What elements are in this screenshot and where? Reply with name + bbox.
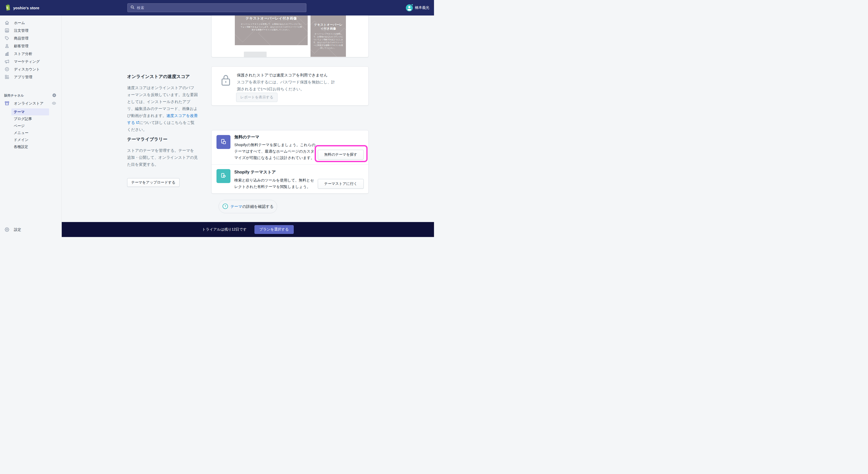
sidebar-item-label: ホーム: [14, 21, 25, 25]
free-themes-row: 無料のテーマ Shopifyの無料テーマを探しましょう。これらのテーマはすべて、…: [212, 130, 369, 165]
sidebar-item-label: ブログ記事: [14, 117, 32, 121]
free-themes-title: 無料のテーマ: [234, 135, 259, 140]
free-themes-body: Shopifyの無料テーマを探しましょう。これらのテーマはすべて、最適なホームペ…: [234, 142, 316, 161]
preview-placeholder-block: [244, 52, 267, 57]
sidebar-item-domains[interactable]: ドメイン: [0, 136, 61, 143]
sidebar-item-products[interactable]: 商品管理: [0, 35, 61, 42]
trial-message: トライアルは残り12日です: [202, 227, 247, 232]
discount-icon: [4, 67, 9, 72]
theme-library-card: 無料のテーマ Shopifyの無料テーマを探しましょう。これらのテーマはすべて、…: [211, 130, 369, 194]
svg-text:S: S: [6, 6, 8, 9]
main-content: テキストオーバーレイ付き画像 オーバーレイテキストを使用して、お客様があなたのブ…: [62, 15, 434, 237]
theme-store-row: Shopify テーマストア 検索と絞り込みのツールを使用して、無料とセレクトさ…: [212, 165, 369, 194]
sidebar-item-label: テーマ: [14, 110, 25, 114]
orders-icon: [4, 28, 9, 34]
visit-theme-store-button[interactable]: テーマストアに行く: [318, 179, 364, 189]
theme-mobile-preview: テキストオーバーレイ付き画像 オーバーレイテキストを使用して、お客様があなたのブ…: [311, 15, 346, 57]
user-avatar: [406, 4, 413, 11]
theme-store-title: Shopify テーマストア: [234, 170, 276, 175]
sidebar-item-online-store[interactable]: オンラインストア: [0, 100, 61, 107]
external-link-icon: [136, 121, 139, 124]
top-bar: S yoshio's store 橋本義光: [0, 0, 434, 15]
help-footer-pill[interactable]: ? テーマの詳細を確認する: [219, 200, 277, 213]
avatar-status-dot: [411, 4, 413, 6]
gear-icon: [4, 227, 9, 233]
search-area: [67, 3, 406, 12]
help-text: テーマの詳細を確認する: [230, 204, 274, 209]
speed-description-text: 速度スコアはオンラインストアのパフォーマンスを反映しています。主な要因としては、…: [127, 86, 198, 118]
home-icon: [4, 20, 9, 26]
speed-score-description: 速度スコアはオンラインストアのパフォーマンスを反映しています。主な要因としては、…: [127, 84, 198, 133]
sidebar-item-preferences[interactable]: 各種設定: [0, 143, 61, 150]
speed-score-section-intro: オンラインストアの速度スコア 速度スコアはオンラインストアのパフォーマンスを反映…: [127, 74, 198, 133]
storefront-icon: [4, 101, 9, 107]
add-sales-channel-button[interactable]: [52, 93, 56, 98]
sidebar-item-label: 注文管理: [14, 28, 28, 33]
theme-store-icon: [216, 169, 230, 183]
sales-channels-header: 販売チャネル: [4, 94, 24, 98]
store-name: yoshio's store: [13, 6, 39, 10]
sidebar-item-label: ディスカウント: [14, 67, 40, 72]
sidebar-item-orders[interactable]: 注文管理: [0, 27, 61, 35]
sidebar-item-blog-posts[interactable]: ブログ記事: [0, 115, 61, 123]
megaphone-icon: [4, 59, 9, 65]
sidebar-item-marketing[interactable]: マーケティング: [0, 58, 61, 66]
question-mark-icon: ?: [222, 203, 228, 210]
view-report-button[interactable]: レポートを表示する: [236, 93, 277, 102]
sidebar-item-themes[interactable]: テーマ: [11, 108, 49, 115]
theme-library-section-intro: テーマライブラリー ストアのテーマを管理する。テーマを追加・公開して、オンライン…: [127, 136, 198, 168]
explore-free-themes-button[interactable]: 無料のテーマを探す: [318, 150, 364, 160]
sidebar-item-home[interactable]: ホーム: [0, 19, 61, 27]
shopify-logo-icon: S: [4, 4, 10, 12]
theme-library-title: テーマライブラリー: [127, 136, 198, 142]
search-box[interactable]: [127, 3, 306, 12]
sidebar-item-label: 商品管理: [14, 36, 28, 41]
themes-help-link[interactable]: テーマ: [230, 204, 242, 209]
speed-card-title: 保護されたストアでは速度スコアを利用できません: [237, 73, 328, 78]
sidebar-item-pages[interactable]: ページ: [0, 123, 61, 129]
theme-store-body: 検索と絞り込みのツールを使用して、無料とセレクトされた有料テーマを閲覧しましょう…: [234, 177, 316, 190]
sidebar-item-label: メニュー: [14, 131, 28, 135]
sidebar-item-label: 各種設定: [14, 144, 28, 149]
tag-icon: [4, 36, 9, 41]
sidebar-item-label: 設定: [14, 228, 21, 232]
lock-icon: [221, 74, 231, 87]
select-plan-button[interactable]: プランを選択する: [254, 225, 294, 234]
sidebar-item-discounts[interactable]: ディスカウント: [0, 66, 61, 73]
sidebar-item-label: ページ: [14, 124, 25, 128]
sidebar-item-customers[interactable]: 顧客管理: [0, 42, 61, 50]
sidebar-item-label: アプリ管理: [14, 75, 32, 79]
speed-card-body: スコアを表示するには、パスワード保護を無効にし、計測されるまで1〜3日お待ちくだ…: [237, 78, 338, 93]
theme-desktop-preview: テキストオーバーレイ付き画像 オーバーレイテキストを使用して、お客様があなたのブ…: [235, 15, 308, 45]
user-menu[interactable]: 橋本義光: [406, 4, 434, 11]
sidebar-item-label: オンラインストア: [14, 101, 44, 106]
theme-preview-card: テキストオーバーレイ付き画像 オーバーレイテキストを使用して、お客様があなたのブ…: [211, 15, 369, 57]
sidebar: ホーム 注文管理 商品管理 顧客管理 ストア分析 マーケティング ディスカウント: [0, 15, 62, 237]
trial-bar: トライアルは残り12日です プランを選択する: [62, 222, 434, 237]
speed-score-title: オンラインストアの速度スコア: [127, 74, 198, 79]
sidebar-item-label: ストア分析: [14, 52, 32, 56]
upload-theme-button[interactable]: テーマをアップロードする: [127, 178, 180, 187]
sidebar-item-label: マーケティング: [14, 59, 40, 64]
search-icon: [130, 5, 135, 10]
sidebar-item-apps[interactable]: アプリ管理: [0, 73, 61, 81]
sidebar-item-analytics[interactable]: ストア分析: [0, 50, 61, 58]
sidebar-item-settings[interactable]: 設定: [0, 226, 61, 234]
sidebar-item-label: 顧客管理: [14, 44, 28, 48]
store-home-button[interactable]: S yoshio's store: [0, 4, 67, 12]
sidebar-item-label: ドメイン: [14, 138, 28, 142]
bar-chart-icon: [4, 51, 9, 57]
speed-score-card: 保護されたストアでは速度スコアを利用できません スコアを表示するには、パスワード…: [211, 66, 369, 106]
person-icon: [4, 43, 9, 49]
apps-icon: [4, 74, 9, 80]
sidebar-item-menus[interactable]: メニュー: [0, 129, 61, 136]
search-input[interactable]: [137, 6, 304, 10]
free-themes-icon: [216, 135, 230, 149]
theme-library-description: ストアのテーマを管理する。テーマを追加・公開して、オンラインストアの見た目を変更…: [127, 147, 198, 168]
view-online-store-eye-icon[interactable]: [52, 101, 56, 106]
svg-text:?: ?: [224, 205, 226, 208]
user-name: 橋本義光: [415, 5, 429, 10]
